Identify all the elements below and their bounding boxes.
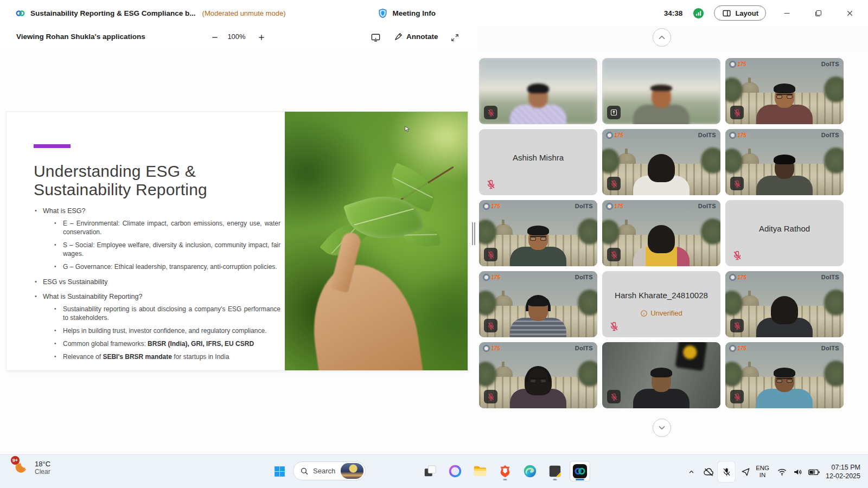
clock-time: 07:15 PM	[831, 463, 860, 472]
meeting-timer: 34:38	[664, 9, 683, 17]
participant-video-tile[interactable]: 175DoITS	[725, 271, 844, 337]
moderated-mode-note: (Moderated unmute mode)	[202, 9, 286, 17]
onedrive-offline-icon[interactable]	[699, 466, 718, 478]
slide-sub-bullet: Common global frameworks: BRSR (India), …	[54, 339, 280, 348]
close-button[interactable]	[839, 4, 860, 22]
doits-watermark: DoITS	[575, 345, 593, 351]
brave-app-icon[interactable]	[495, 461, 515, 481]
location-icon[interactable]	[735, 467, 756, 477]
connection-quality-icon[interactable]	[692, 7, 704, 19]
participant-video-tile[interactable]: 175DoITS	[602, 129, 720, 195]
iit-roorkee-logo: 175	[606, 132, 623, 139]
mic-muted-icon	[730, 390, 744, 403]
meeting-info-label: Meeting Info	[392, 9, 436, 17]
participant-video-tile[interactable]: 175DoITS	[602, 200, 720, 266]
webex-app-icon[interactable]	[570, 461, 590, 481]
participant-video-tile[interactable]	[479, 58, 597, 124]
participant-person	[755, 297, 814, 337]
mic-muted-icon	[484, 106, 497, 119]
weather-widget[interactable]: 9+ 18°C Clear	[14, 459, 50, 476]
participant-video-tile[interactable]: 175DoITS	[725, 129, 844, 195]
participant-video-tile[interactable]: 175DoITS	[725, 342, 844, 408]
slide-photo-leaf	[285, 112, 468, 370]
edge-app-icon[interactable]	[520, 461, 540, 481]
start-button[interactable]	[270, 461, 289, 481]
doits-watermark: DoITS	[575, 203, 593, 209]
slide-sub-bullet: Helps in building trust, investor confid…	[54, 326, 280, 335]
participant-name: Aditya Rathod	[725, 224, 844, 233]
doits-watermark: DoITS	[821, 132, 839, 138]
view-options-icon[interactable]	[369, 31, 381, 43]
mouse-cursor	[404, 125, 410, 133]
participant-video-tile[interactable]: 175DoITS	[479, 271, 597, 337]
slide-sub-bullet: Sustainability reporting is about disclo…	[54, 305, 280, 322]
viewing-label: Viewing Rohan Shukla's applications	[16, 33, 145, 41]
mic-muted-icon	[484, 248, 497, 261]
maximize-button[interactable]	[807, 4, 829, 22]
participant-name: Ashish Mishra	[479, 153, 597, 162]
participant-person	[508, 226, 568, 266]
windows-taskbar: 9+ 18°C Clear Search ENG IN	[0, 454, 868, 488]
slide-bullets: What is ESG?E – Environmental: Climate i…	[34, 207, 280, 361]
zoom-out-button[interactable]	[209, 31, 221, 43]
zoom-level: 100%	[226, 33, 247, 41]
participant-person	[631, 84, 691, 124]
slide-bullet: What is ESG?E – Environmental: Climate i…	[34, 207, 280, 271]
volume-icon[interactable]	[790, 467, 805, 477]
participant-video-tile[interactable]	[602, 58, 720, 124]
participant-name-tile[interactable]: Ashish Mishra	[479, 129, 597, 195]
iit-roorkee-logo: 175	[729, 345, 746, 352]
copilot-app-icon[interactable]	[445, 461, 465, 481]
iit-roorkee-logo: 175	[606, 203, 623, 210]
participant-video-tile[interactable]: 175DoITS	[479, 200, 597, 266]
mic-muted-icon	[607, 248, 621, 261]
doits-watermark: DoITS	[698, 203, 716, 209]
mic-muted-icon	[484, 390, 497, 403]
iit-roorkee-logo: 175	[729, 274, 746, 281]
minimize-button[interactable]	[776, 4, 797, 22]
shield-icon	[376, 7, 388, 19]
search-placeholder: Search	[313, 467, 336, 475]
slide-accent-bar	[34, 144, 71, 148]
participants-panel: 175DoITSAshish Mishra175DoITS175DoITS175…	[477, 49, 868, 454]
task-view-app-icon[interactable]	[420, 461, 440, 481]
participant-person	[755, 155, 814, 195]
battery-icon[interactable]	[805, 466, 822, 478]
slide-sub-bullet: G – Governance: Ethical leadership, tran…	[54, 262, 280, 271]
main-area: Understanding ESG & Sustainability Repor…	[0, 49, 868, 454]
pen-icon	[393, 31, 403, 41]
meeting-info-button[interactable]: Meeting Info	[376, 7, 436, 19]
scroll-down-button[interactable]	[653, 419, 671, 437]
zoom-in-button[interactable]	[256, 31, 267, 43]
wifi-icon[interactable]	[774, 467, 790, 477]
participant-person	[755, 84, 814, 124]
fullscreen-icon[interactable]	[449, 31, 461, 43]
panel-resize-handle[interactable]	[472, 222, 476, 245]
slide-sub-bullet: Relevance of SEBI's BRSR mandate for sta…	[54, 352, 280, 361]
doits-watermark: DoITS	[821, 274, 839, 280]
annotate-button[interactable]: Annotate	[393, 31, 438, 41]
participant-person	[631, 155, 691, 195]
participant-name-tile[interactable]: Aditya Rathod	[725, 200, 844, 266]
tray-mic-muted-icon[interactable]	[718, 461, 735, 482]
clock[interactable]: 07:15 PM 12-02-2025	[826, 463, 860, 480]
tray-overflow-chevron[interactable]	[683, 468, 699, 476]
layout-button[interactable]: Layout	[714, 5, 766, 21]
weather-moon-icon: 9+	[14, 459, 30, 476]
webex-window: Sustainability Reporting & ESG Complianc…	[0, 0, 868, 488]
mic-muted-icon	[486, 179, 496, 190]
unverified-badge: Unverified	[602, 309, 720, 317]
file-explorer-app-icon[interactable]	[470, 461, 490, 481]
participant-video-tile[interactable]: 175DoITS	[725, 58, 844, 124]
participant-name-tile[interactable]: Harsh Kharate_24810028Unverified	[602, 271, 720, 337]
system-tray: ENG IN 07:15 PM 12-02-2025	[683, 455, 868, 488]
participant-video-tile[interactable]: 175DoITS	[479, 342, 597, 408]
search-box[interactable]: Search	[293, 461, 366, 480]
iit-roorkee-logo: 175	[483, 345, 500, 352]
participant-video-tile[interactable]	[602, 342, 720, 408]
language-switcher[interactable]: ENG IN	[756, 465, 769, 479]
share-toolbar: Viewing Rohan Shukla's applications 100%…	[0, 26, 477, 49]
sticky-notes-app-icon[interactable]	[545, 461, 565, 481]
doits-watermark: DoITS	[821, 61, 839, 67]
scroll-up-button[interactable]	[653, 28, 671, 47]
